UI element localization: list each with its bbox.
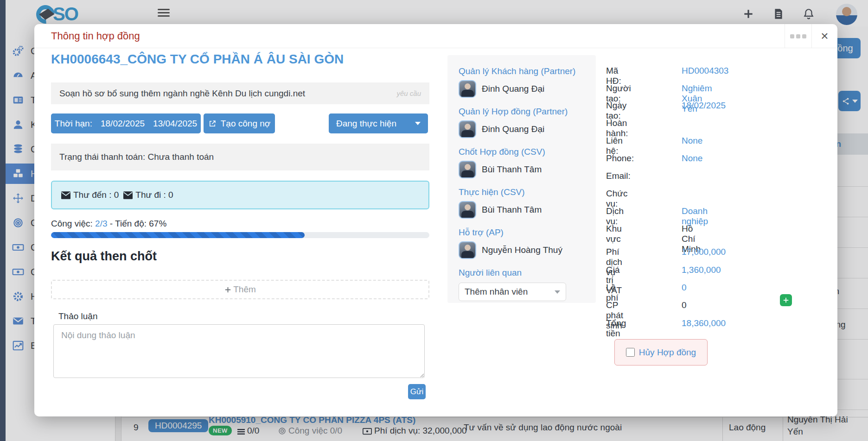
inbox-count: 0 [114, 190, 119, 200]
discussion-input[interactable] [53, 324, 425, 378]
related-people-label[interactable]: Người liên quan [459, 268, 585, 278]
add-extra-cost-button[interactable] [780, 294, 792, 306]
progress-fill [51, 232, 305, 238]
role-link[interactable]: Quản lý Hợp đồng (Partner) [459, 107, 585, 117]
avatar [459, 241, 476, 259]
caret-down-icon [555, 290, 560, 294]
mail-icon [61, 191, 70, 199]
outbox-count: 0 [168, 190, 173, 200]
cancel-contract-checkbox[interactable] [626, 348, 635, 357]
request-tag: yêu cầu [396, 82, 421, 104]
create-debt-button[interactable]: Tạo công nợ [204, 113, 275, 133]
mail-icon [123, 191, 133, 199]
person-name: Đinh Quang Đại [482, 84, 544, 94]
key-results-heading: Kết quả then chốt [51, 249, 157, 264]
close-icon: × [821, 29, 828, 44]
role-link[interactable]: Quản lý Khách hàng (Partner) [459, 66, 585, 76]
progress-percent: 67% [149, 219, 166, 228]
role-link[interactable]: Thực hiện (CSV) [459, 187, 585, 197]
avatar [459, 80, 476, 98]
person-name: Nguyễn Hoàng Thuý [482, 245, 562, 255]
start-date: 18/02/2025 [101, 119, 145, 129]
plus-icon [783, 297, 789, 303]
person-row: Đinh Quang Đại [459, 80, 585, 98]
role-link[interactable]: Chốt Hợp đồng (CSV) [459, 147, 585, 157]
people-panel: Quản lý Khách hàng (Partner) Đinh Quang … [447, 55, 596, 303]
deadline-button[interactable]: Thời hạn: 18/02/2025 13/04/2025 [51, 113, 201, 133]
contract-info-modal: Thông tin hợp đồng × KH0006643_CÔNG TY C… [34, 24, 837, 416]
payment-status-bar: Trạng thái thanh toán: Chưa thanh toán [51, 144, 429, 170]
contract-title[interactable]: KH0006643_CÔNG TY CỔ PHẦN Á ÂU SÀI GÒN [51, 52, 344, 67]
caret-down-icon [415, 122, 421, 125]
send-button[interactable]: Gửi [408, 384, 426, 399]
discussion-label: Thảo luận [58, 311, 98, 321]
modal-header: Thông tin hợp đồng × [34, 24, 837, 48]
modal-title: Thông tin hợp đồng [51, 24, 140, 48]
request-text: Soạn hồ sơ bổ sung thêm ngành nghề Kênh … [59, 88, 305, 98]
person-row: Đinh Quang Đại [459, 120, 585, 138]
progress-bar [51, 232, 429, 238]
avatar [459, 120, 476, 138]
plus-icon [224, 286, 231, 293]
progress-text: Công việc: 2/3 - Tiến độ: 67% [51, 219, 166, 229]
close-button[interactable]: × [811, 24, 837, 48]
person-row: Bùi Thanh Tâm [459, 161, 585, 178]
cancel-contract-button[interactable]: Hủy Hợp đồng [614, 339, 708, 365]
related-person-select[interactable]: Thêm nhân viên [459, 283, 566, 301]
avatar [459, 161, 476, 178]
role-link[interactable]: Hỗ trợ (AP) [459, 227, 585, 238]
screen: SO Ch Ap [0, 0, 868, 441]
mail-summary[interactable]: Thư đến : 0 Thư đi : 0 [51, 181, 429, 209]
avatar [459, 201, 476, 219]
status-dropdown[interactable]: Đang thực hiện [329, 113, 428, 133]
more-options-button[interactable] [785, 24, 811, 48]
person-row: Nguyễn Hoàng Thuý [459, 241, 585, 259]
external-link-icon [208, 120, 217, 128]
tasks-fraction-link[interactable]: 2/3 [95, 219, 107, 228]
person-name: Bùi Thanh Tâm [482, 205, 542, 215]
person-row: Bùi Thanh Tâm [459, 201, 585, 219]
person-name: Đinh Quang Đại [482, 124, 544, 134]
person-name: Bùi Thanh Tâm [482, 164, 542, 175]
request-bar: Soạn hồ sơ bổ sung thêm ngành nghề Kênh … [51, 82, 429, 104]
add-key-result-button[interactable]: Thêm [51, 280, 429, 299]
end-date: 13/04/2025 [153, 119, 197, 129]
